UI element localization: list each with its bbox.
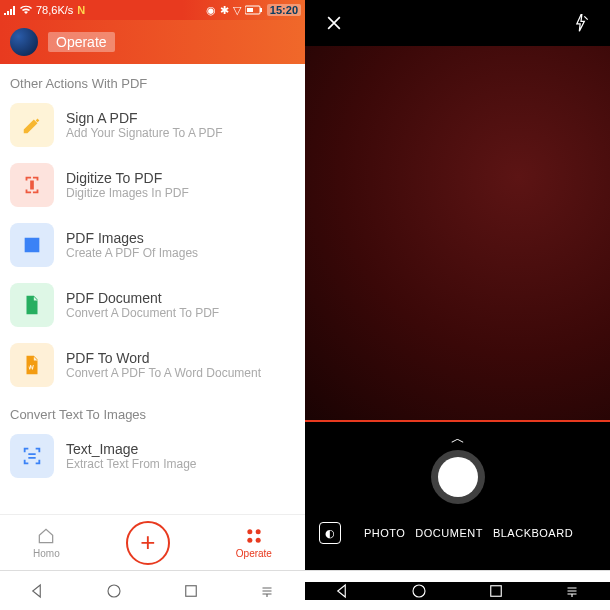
svg-rect-10 [490, 585, 501, 596]
image-icon [10, 223, 54, 267]
item-title: Text_Image [66, 441, 196, 457]
sysnav-right [305, 582, 610, 600]
item-sign-pdf[interactable]: Sign A PDF Add Your Signature To A PDF [0, 95, 305, 155]
shutter-button[interactable] [431, 450, 485, 504]
mute-icon: ▽ [233, 4, 241, 17]
svg-point-7 [108, 585, 120, 597]
back-icon[interactable] [29, 582, 47, 600]
page-title: Operate [48, 32, 115, 52]
fab-add[interactable]: + [126, 521, 170, 565]
close-icon [324, 13, 344, 33]
item-text-image[interactable]: Text_Image Extract Text From Image [0, 426, 305, 486]
action-list: Sign A PDF Add Your Signature To A PDF D… [0, 95, 305, 514]
signal-icon [4, 5, 16, 15]
nav-label: Operate [236, 548, 272, 559]
drawer-icon[interactable] [563, 582, 581, 600]
item-title: PDF Images [66, 230, 198, 246]
item-sub: Extract Text From Image [66, 457, 196, 471]
svg-point-3 [247, 529, 252, 534]
avatar[interactable] [10, 28, 38, 56]
item-pdf-images[interactable]: PDF Images Create A PDF Of Images [0, 215, 305, 275]
battery-icon [245, 5, 263, 15]
svg-point-5 [247, 538, 252, 543]
gallery-button[interactable]: ◐ [319, 522, 341, 544]
drawer-icon[interactable] [258, 582, 276, 600]
home-sys-icon[interactable] [410, 582, 428, 600]
item-sub: Convert A PDF To A Word Document [66, 366, 261, 380]
item-sub: Create A PDF Of Images [66, 246, 198, 260]
camera-panel: ︿ ◐ PHOTO DOCUMENT BLACKBOARD [305, 0, 610, 570]
status-right: ◉ ✱ ▽ 15:20 [206, 4, 301, 17]
item-sub: Add Your Signature To A PDF [66, 126, 223, 140]
home-sys-icon[interactable] [105, 582, 123, 600]
grid-icon [244, 526, 264, 546]
flash-icon [571, 13, 591, 33]
pen-icon [10, 103, 54, 147]
status-bar: 78,6K/s N ◉ ✱ ▽ 15:20 [0, 0, 305, 20]
mode-document[interactable]: DOCUMENT [415, 527, 483, 539]
shutter-inner [438, 457, 478, 497]
nav-label: Homo [33, 548, 60, 559]
camera-controls: ︿ ◐ PHOTO DOCUMENT BLACKBOARD [305, 422, 610, 570]
camera-top-bar [305, 0, 610, 46]
picture-icon: ◐ [325, 527, 336, 540]
svg-rect-2 [247, 8, 253, 12]
sysnav-left [0, 582, 305, 600]
item-title: PDF To Word [66, 350, 261, 366]
mode-blackboard[interactable]: BLACKBOARD [493, 527, 573, 539]
bottom-nav: Homo + Operate [0, 514, 305, 570]
back-icon[interactable] [334, 582, 352, 600]
recent-icon[interactable] [182, 582, 200, 600]
svg-point-6 [256, 538, 261, 543]
item-digitize-pdf[interactable]: Digitize To PDF Digitize Images In PDF [0, 155, 305, 215]
wifi-icon [20, 5, 32, 15]
ocr-icon [10, 434, 54, 478]
mode-selector[interactable]: PHOTO DOCUMENT BLACKBOARD [341, 527, 596, 539]
eye-icon: ◉ [206, 4, 216, 17]
item-title: Digitize To PDF [66, 170, 189, 186]
svg-rect-1 [260, 8, 262, 12]
chevron-up-icon[interactable]: ︿ [451, 430, 465, 448]
item-pdf-document[interactable]: PDF Document Convert A Document To PDF [0, 275, 305, 335]
app-panel: 78,6K/s N ◉ ✱ ▽ 15:20 Operate Other Acti… [0, 0, 305, 570]
scan-icon [10, 163, 54, 207]
svg-point-4 [256, 529, 261, 534]
recent-icon[interactable] [487, 582, 505, 600]
item-title: Sign A PDF [66, 110, 223, 126]
document-icon [10, 283, 54, 327]
status-time: 15:20 [267, 4, 301, 16]
section-convert-text: Convert Text To Images [0, 395, 305, 426]
svg-point-9 [413, 585, 425, 597]
close-button[interactable] [319, 8, 349, 38]
net-speed: 78,6K/s [36, 4, 73, 16]
svg-rect-8 [185, 585, 196, 596]
camera-viewfinder[interactable] [305, 46, 610, 422]
nav-operate[interactable]: Operate [236, 526, 272, 559]
item-sub: Convert A Document To PDF [66, 306, 219, 320]
mode-photo[interactable]: PHOTO [364, 527, 405, 539]
word-icon [10, 343, 54, 387]
section-other-actions: Other Actions With PDF [0, 64, 305, 95]
net-indicator: N [77, 4, 85, 16]
item-pdf-word[interactable]: PDF To Word Convert A PDF To A Word Docu… [0, 335, 305, 395]
plus-icon: + [140, 527, 155, 558]
item-title: PDF Document [66, 290, 219, 306]
nav-home[interactable]: Homo [33, 526, 60, 559]
status-left: 78,6K/s N [4, 4, 85, 16]
flash-button[interactable] [566, 8, 596, 38]
item-sub: Digitize Images In PDF [66, 186, 189, 200]
home-icon [36, 526, 56, 546]
system-nav [0, 570, 610, 610]
app-header: Operate [0, 20, 305, 64]
camera-mode-row: ◐ PHOTO DOCUMENT BLACKBOARD [305, 504, 610, 558]
bluetooth-icon: ✱ [220, 4, 229, 17]
